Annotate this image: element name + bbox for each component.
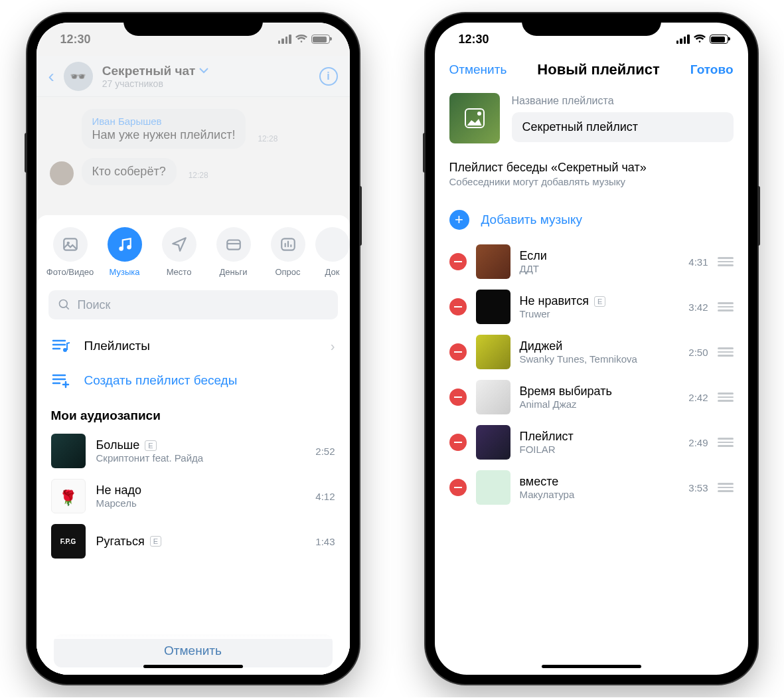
music-icon [116, 236, 133, 253]
location-icon [171, 236, 188, 253]
drag-handle[interactable] [718, 393, 734, 402]
remove-track-button[interactable] [449, 389, 467, 406]
plus-icon: + [449, 210, 469, 230]
track-title: Время выбирать [520, 385, 612, 398]
track-duration: 1:43 [315, 536, 335, 547]
photo-icon [62, 236, 79, 253]
playlist-track-row[interactable]: ДиджейSwanky Tunes, Temnikova2:50 [435, 329, 748, 375]
playlist-track-row[interactable]: ЕслиДДТ4:31 [435, 239, 748, 284]
track-artist: ДДТ [520, 263, 680, 274]
track-cover [476, 335, 510, 369]
track-title: Не нравится [520, 294, 589, 308]
track-artist: Марсель [96, 497, 305, 509]
track-title: Не надо [96, 483, 141, 497]
track-row[interactable]: БольшеE Скриптонит feat. Райда 2:52 [37, 428, 350, 474]
track-duration: 2:50 [688, 347, 708, 358]
track-duration: 2:42 [688, 392, 708, 403]
playlist-track-row[interactable]: Не нравитсяETruwer3:42 [435, 284, 748, 329]
tab-doc[interactable]: Док [315, 227, 350, 277]
tab-poll[interactable]: Опрос [261, 227, 315, 277]
signal-icon [676, 35, 690, 44]
home-indicator[interactable] [542, 665, 641, 668]
track-duration: 3:42 [688, 302, 708, 313]
track-row[interactable]: F.P.G РугатьсяE 1:43 [37, 519, 350, 564]
track-cover [476, 290, 510, 324]
svg-point-2 [119, 246, 123, 251]
explicit-badge: E [145, 440, 156, 451]
svg-rect-4 [227, 240, 240, 250]
remove-track-button[interactable] [449, 343, 467, 361]
track-duration: 3:53 [688, 482, 708, 493]
track-duration: 2:52 [315, 446, 335, 457]
track-artist: Truwer [520, 308, 680, 319]
tab-photo[interactable]: Фото/Видео [43, 227, 98, 277]
create-playlist-row[interactable]: Создать плейлист беседы [37, 363, 350, 398]
playlist-name-input[interactable]: Секретный плейлист [512, 112, 734, 142]
remove-track-button[interactable] [449, 298, 467, 315]
battery-icon [710, 35, 728, 44]
playlist-track-row[interactable]: вместеМакулатура3:53 [435, 465, 748, 510]
track-title: Если [520, 249, 547, 263]
cancel-button[interactable]: Отменить [449, 62, 507, 77]
track-duration: 4:12 [315, 491, 335, 502]
track-artist: Swanky Tunes, Temnikova [520, 353, 680, 365]
explicit-badge: E [150, 536, 161, 547]
playlist-name-label: Название плейлиста [512, 95, 734, 107]
track-artist: Animal Джаz [520, 398, 680, 410]
new-playlist-header: Отменить Новый плейлист Готово [435, 56, 748, 88]
page-title: Новый плейлист [537, 61, 660, 78]
drag-handle[interactable] [718, 257, 734, 266]
playlist-track-row[interactable]: ПлейлистFOILAR2:49 [435, 420, 748, 465]
money-icon [225, 236, 242, 253]
playlist-desc-title: Плейлист беседы «Секретный чат» [435, 155, 748, 176]
attachment-tabs: Фото/Видео Музыка Место Деньги Опрос [37, 215, 350, 281]
track-title: Ругаться [96, 535, 145, 549]
playlists-icon [52, 338, 70, 354]
drag-handle[interactable] [718, 438, 734, 447]
track-cover [51, 434, 86, 468]
track-artist: FOILAR [520, 444, 680, 455]
track-cover: F.P.G [51, 524, 86, 559]
track-title: Плейлист [520, 430, 574, 444]
track-title: вместе [520, 475, 559, 489]
wifi-icon [694, 35, 706, 44]
remove-track-button[interactable] [449, 253, 467, 270]
cancel-button[interactable]: Отменить [54, 634, 333, 667]
tab-music[interactable]: Музыка [98, 227, 152, 277]
track-row[interactable]: 🌹 Не надо Марсель 4:12 [37, 474, 350, 519]
done-button[interactable]: Готово [690, 62, 734, 77]
tab-money[interactable]: Деньги [206, 227, 261, 277]
playlists-row[interactable]: Плейлисты › [37, 329, 350, 363]
tab-place[interactable]: Место [152, 227, 206, 277]
track-cover: 🌹 [51, 479, 86, 513]
chevron-right-icon: › [331, 339, 335, 354]
phone-left: 12:30 ‹ 🕶️ Секретный чат 27 участников i [27, 13, 359, 684]
playlist-track-row[interactable]: Время выбиратьAnimal Джаz2:42 [435, 375, 748, 420]
track-cover [476, 425, 510, 460]
track-duration: 2:49 [688, 437, 708, 448]
search-input[interactable]: Поиск [48, 290, 338, 319]
poll-icon [279, 236, 297, 253]
remove-track-button[interactable] [449, 434, 467, 451]
phone-right: 12:30 Отменить Новый плейлист Готово Наз… [426, 13, 757, 684]
my-audio-header: Мои аудиозаписи [37, 398, 350, 428]
svg-point-3 [127, 245, 131, 250]
remove-track-button[interactable] [449, 479, 467, 496]
playlist-desc-sub: Собеседники могут добавлять музыку [435, 176, 748, 201]
home-indicator[interactable] [143, 665, 243, 668]
drag-handle[interactable] [718, 302, 734, 311]
playlist-cover[interactable] [449, 93, 500, 143]
create-playlist-icon [52, 373, 70, 389]
track-artist: Макулатура [520, 489, 680, 500]
image-icon [465, 108, 485, 128]
track-title: Больше [96, 438, 140, 452]
add-music-button[interactable]: + Добавить музыку [435, 201, 748, 239]
track-cover [476, 470, 510, 505]
explicit-badge: E [594, 296, 605, 307]
search-icon [58, 298, 71, 311]
drag-handle[interactable] [718, 347, 734, 357]
drag-handle[interactable] [718, 483, 734, 492]
status-time: 12:30 [459, 33, 489, 46]
track-title: Диджей [520, 339, 563, 353]
svg-point-6 [59, 300, 67, 308]
